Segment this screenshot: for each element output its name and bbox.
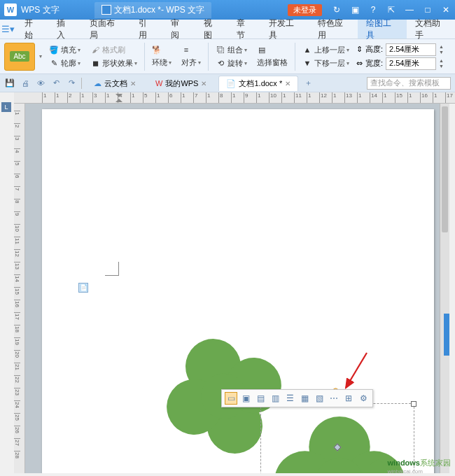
wrap-button[interactable]: 🐕 [149,44,174,55]
cloud-icon: ☁ [94,79,102,88]
save-icon[interactable]: 💾 [4,78,15,89]
paint-bucket-icon: 🪣 [49,45,59,55]
menu-文档助手[interactable]: 文档助手 [407,20,455,38]
undo-icon[interactable]: ↶ [50,78,62,89]
bring-forward-button[interactable]: ▲上移一层▾ [300,44,352,56]
maximize-button[interactable]: □ [419,1,437,19]
floating-layout-toolbar: ▭ ▣ ▤ ▥ ☰ ▦ ▧ ⋯ ⊞ ⚙ [221,389,373,407]
sync-icon[interactable]: ↻ [328,1,346,19]
document-tab-bar: 💾 🖨 👁 ↶ ↷ ☁云文档✕ W我的WPS✕ 📄文档1.docx *✕ ＋ 查… [0,74,455,92]
window-controls: ↻ ▣ ? ⇱ — □ ✕ [328,1,455,19]
shape-style-button[interactable]: Abc [4,43,35,71]
wrap-label[interactable]: 环绕▾ [149,57,174,69]
height-spinner-down[interactable]: ▼ [439,50,444,55]
rotate-icon: ⟲ [216,58,225,68]
preview-icon[interactable]: 👁 [35,78,46,89]
resize-handle-tr[interactable] [411,401,416,407]
wps-icon: W [155,79,162,88]
app-name: WPS 文字 [21,4,59,16]
layout-more-icon[interactable]: ⋯ [328,392,340,405]
minimize-button[interactable]: — [400,1,419,19]
send-backward-button[interactable]: ▼下移一层▾ [300,57,352,69]
effect-icon: ◼ [90,58,100,68]
help-icon[interactable]: ? [364,1,382,19]
layout-tight-icon[interactable]: ▤ [254,392,267,405]
tab-close[interactable]: ✕ [130,80,136,88]
align-icon: ≡ [181,45,191,55]
shape-effect-button[interactable]: ◼形状效果▾ [88,57,140,69]
title-doc-tab[interactable]: 文档1.docx * - WPS 文字 [94,2,211,18]
tab-stop-indicator[interactable]: L [1,102,11,112]
menu-bar: ☰▾ 开始插入页面布局引用审阅视图章节开发工具特色应用绘图工具文档助手 [0,20,455,39]
redo-icon[interactable]: ↷ [66,78,77,89]
menu-插入[interactable]: 插入 [48,20,81,38]
close-button[interactable]: ✕ [437,1,455,19]
layout-topbottom-icon[interactable]: ☰ [284,392,296,405]
menu-页面布局[interactable]: 页面布局 [81,20,130,38]
align-button[interactable]: ≡ [178,44,204,55]
vertical-ruler[interactable]: 1234567891011121314151617181920212223242… [14,104,25,473]
side-panel-tab[interactable] [444,314,449,356]
menu-审阅[interactable]: 审阅 [162,20,195,38]
menu-引用[interactable]: 引用 [130,20,163,38]
fill-button[interactable]: 🪣填充▾ [46,44,83,56]
width-icon: ⇔ [356,59,363,68]
width-spinner-down[interactable]: ▼ [439,64,444,69]
login-status-badge[interactable]: 未登录 [288,4,322,16]
menu-视图[interactable]: 视图 [195,20,228,38]
adjust-handle-t[interactable] [333,443,341,451]
layout-square-icon[interactable]: ▣ [239,392,252,405]
horizontal-ruler[interactable]: 1121314151617181911011111211311411511611… [14,92,455,104]
skin-icon[interactable]: ▣ [346,1,364,19]
workspace: 1234567891011121314151617181920212223242… [14,104,449,473]
search-input[interactable]: 查找命令、搜索模板 [367,77,451,90]
watermark: windows系统家园 winbaicai.com [370,458,451,475]
house-icon [370,459,386,473]
format-painter-button[interactable]: 🖌格式刷 [88,44,140,56]
layout-through-icon[interactable]: ▥ [269,392,281,405]
title-doc-name: 文档1.docx * [114,4,161,16]
cursor-position [105,262,119,276]
width-spinner-up[interactable]: ▲ [439,58,444,64]
new-tab-button[interactable]: ＋ [302,78,314,89]
brush-icon: 🖌 [90,45,100,55]
tab-close[interactable]: ✕ [285,80,290,88]
menu-开发工具[interactable]: 开发工具 [260,20,309,38]
anchor-icon: 📄 [78,283,88,293]
menu-章节[interactable]: 章节 [228,20,261,38]
tab-close[interactable]: ✕ [201,80,206,88]
selection-pane-label[interactable]: 选择窗格 [254,57,290,69]
layout-options-icon[interactable]: ⚙ [357,392,370,405]
shape-style-dropdown[interactable]: ▾ [39,53,42,59]
menu-dropdown-icon[interactable]: ☰▾ [0,24,16,34]
height-input[interactable]: 2.54厘米 [386,43,436,56]
pane-icon: ▤ [257,45,267,55]
layout-lock-icon[interactable]: ⊞ [342,392,355,405]
vertical-scrollbar[interactable] [440,104,449,473]
layout-inline-icon[interactable]: ▭ [225,392,237,405]
menu-开始[interactable]: 开始 [16,20,49,38]
shape-style-sample: Abc [10,51,29,62]
outline-button[interactable]: ✎轮廓▾ [46,57,83,69]
menu-绘图工具[interactable]: 绘图工具 [358,20,406,38]
wrap-icon: 🐕 [152,45,162,55]
selection-pane-button[interactable]: ▤ [254,44,290,55]
rotate-button[interactable]: ⟲旋转▾ [213,57,250,69]
tab-cloud-docs[interactable]: ☁云文档✕ [86,76,144,91]
height-icon: ⇕ [356,45,363,54]
send-backward-icon: ▼ [302,58,312,68]
tab-document[interactable]: 📄文档1.docx *✕ [218,76,298,91]
menu-特色应用[interactable]: 特色应用 [309,20,358,38]
layout-front-icon[interactable]: ▧ [313,392,326,405]
width-field: ⇔ 宽度: 2.54厘米 ▲▼ [356,57,444,70]
layout-behind-icon[interactable]: ▦ [298,392,311,405]
scrollbar-thumb[interactable] [442,106,448,232]
pin-icon[interactable]: ⇱ [382,1,400,19]
height-spinner-up[interactable]: ▲ [439,44,444,50]
width-input[interactable]: 2.54厘米 [386,57,436,70]
align-label[interactable]: 对齐▾ [178,57,204,69]
print-icon[interactable]: 🖨 [20,78,31,89]
group-button[interactable]: ⿻组合▾ [213,44,250,56]
tab-my-wps[interactable]: W我的WPS✕ [148,76,214,91]
indent-marker[interactable] [115,94,122,102]
